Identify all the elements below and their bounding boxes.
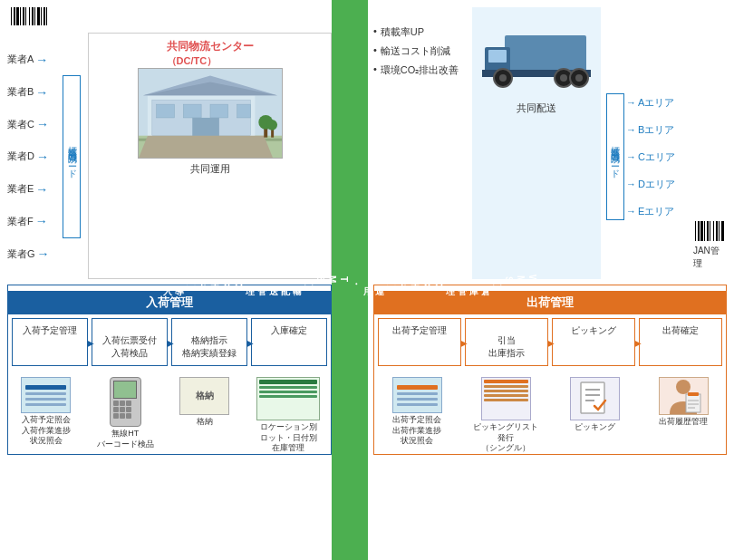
inbound-btn-0[interactable]: 入荷予定管理 (12, 318, 88, 366)
outbound-btn-0[interactable]: 出荷予定管理 (378, 318, 461, 366)
standard-code-label-left: 標準商品識別コード (63, 75, 81, 238)
warehouse-illustration (138, 68, 283, 159)
svg-rect-17 (505, 35, 586, 72)
bullet-1: • (373, 44, 377, 55)
outbound-icon-label-2: ピッキング (575, 422, 615, 433)
inbound-management: 入荷管理 入荷予定管理 入荷伝票受付 入荷検品 格納指示 格納実績登録 入庫確定 (7, 285, 332, 455)
picking-action-icon (570, 377, 620, 420)
vendors-column: 業者A → 業者B → 業者C → 業者D → 業者E → (7, 34, 57, 279)
svg-point-26 (575, 74, 583, 82)
areas-section: 標準商品識別コード → Aエリア → Bエリア → Cエリア (604, 34, 690, 279)
vendor-item-b: 業者B → (7, 79, 57, 106)
area-a: → Aエリア (626, 89, 690, 116)
outbound-icon-label-3: 出荷履歴管理 (659, 417, 708, 428)
vendor-label-e: 業者E (7, 182, 34, 196)
arrow-c: → (36, 117, 49, 131)
kyodo-label: 共同運用 (190, 162, 230, 176)
svg-point-16 (266, 120, 277, 130)
vendor-item-g: 業者G → (7, 240, 57, 267)
vendor-item-f: 業者F → (7, 208, 57, 235)
outbound-btn-3[interactable]: 出荷確定 (639, 318, 722, 366)
vendor-item-d: 業者D → (7, 143, 57, 170)
arrow-f: → (35, 214, 48, 228)
inbound-icon-label-3: ロケーション別 ロット・日付別 在庫管理 (260, 422, 317, 454)
inbound-icons-row: 入荷予定照会 入荷作業進捗 状況照会 (8, 377, 331, 454)
arrow-d: → (36, 150, 49, 164)
benefits-column: • 積載率UP • 輸送コスト削減 • 環境CO₂排出改善 (373, 7, 468, 279)
jan-label: JAN管理 (693, 245, 727, 270)
vendor-label-a: 業者A (7, 53, 34, 66)
area-arrow-b: → (626, 124, 636, 135)
outbound-icon-2: ピッキング (558, 377, 631, 454)
kyodo-delivery-label: 共同配送 (517, 101, 556, 115)
inbound-buttons-row: 入荷予定管理 入荷伝票受付 入荷検品 格納指示 格納実績登録 入庫確定 (8, 314, 331, 370)
outbound-btn-1[interactable]: 引当 出庫指示 (465, 318, 548, 366)
outbound-header: 出荷管理 (374, 291, 726, 314)
outbound-icon-3: 出荷履歴管理 (647, 377, 720, 454)
inbound-header: 入荷管理 (8, 291, 331, 314)
area-arrow-d: → (626, 179, 636, 189)
top-right: • 積載率UP • 輸送コスト削減 • 環境CO₂排出改善 (373, 7, 727, 279)
outbound-btn-2[interactable]: ピッキング (552, 318, 635, 366)
dc-tc-title: 共同物流センター （DC/TC） (167, 39, 254, 68)
svg-rect-9 (237, 104, 250, 118)
jan-section: JAN管理 (693, 205, 727, 279)
ht-device-icon (110, 377, 141, 427)
bullet-2: • (373, 63, 377, 74)
svg-rect-7 (183, 104, 201, 118)
area-arrow-e: → (626, 206, 636, 217)
inbound-btn-2[interactable]: 格納指示 格納実績登録 (171, 318, 247, 366)
areas-column: → Aエリア → Bエリア → Cエリア → Dエリア (626, 80, 690, 234)
bullet-0: • (373, 25, 377, 36)
inbound-icon-label-2: 格納 (197, 417, 213, 428)
area-e: → Eエリア (626, 198, 690, 225)
area-b: → Bエリア (626, 116, 690, 143)
vendor-label-b: 業者B (7, 85, 34, 99)
area-c: → Cエリア (626, 143, 690, 170)
vendor-item-a: 業者A → (7, 46, 57, 73)
arrow-a: → (35, 53, 48, 67)
inbound-btn-1[interactable]: 入荷伝票受付 入荷検品 (92, 318, 168, 366)
inbound-icon-label-1: 無線HT バーコード検品 (97, 429, 154, 449)
vendor-item-e: 業者E → (7, 176, 57, 203)
inbound-icon-3: ロケーション別 ロット・日付別 在庫管理 (247, 377, 329, 454)
outbound-icon-label-1: ピッキングリスト 発行 （シングル） (473, 422, 538, 454)
center-bar: WMS（倉庫管理システム）運用・TMS（輸配送管理システム）導入 (332, 0, 368, 560)
benefit-2: • 環境CO₂排出改善 (373, 63, 468, 77)
vendor-label-c: 業者C (7, 118, 34, 131)
picklist-icon (481, 377, 531, 420)
vendor-label-f: 業者F (7, 215, 34, 228)
inbound-btn-3[interactable]: 入庫確定 (251, 318, 327, 366)
benefit-0: • 積載率UP (373, 25, 468, 39)
jan-barcode (695, 221, 724, 241)
vendor-label-d: 業者D (7, 150, 34, 163)
screen-icon-out-0 (392, 377, 442, 413)
area-d: → Dエリア (626, 170, 690, 198)
outbound-icon-1: ピッキングリスト 発行 （シングル） (469, 377, 542, 454)
svg-rect-19 (488, 50, 507, 63)
inbound-icon-1: 無線HT バーコード検品 (89, 377, 161, 454)
svg-rect-15 (271, 130, 274, 138)
top-left: 業者A → 業者B → 業者C → 業者D → 業者E → (7, 7, 332, 279)
svg-rect-32 (686, 394, 700, 412)
center-bar-text: WMS（倉庫管理システム）運用・TMS（輸配送管理システム）導入 (161, 275, 538, 286)
arrow-g: → (37, 246, 50, 261)
svg-marker-12 (139, 136, 273, 159)
svg-rect-6 (156, 104, 174, 118)
standard-code-label-right: 標準商品識別コード (606, 93, 624, 220)
arrow-b: → (35, 85, 48, 100)
svg-point-22 (499, 74, 507, 82)
storage-icon: 格納 (179, 377, 229, 415)
screen-icon-0 (21, 377, 71, 413)
main-container: 業者A → 業者B → 業者C → 業者D → 業者E → (0, 0, 734, 560)
standard-code-left: 標準商品識別コード (59, 34, 84, 279)
vendor-label-g: 業者G (7, 247, 35, 261)
inbound-icon-0: 入荷予定照会 入荷作業進捗 状況照会 (10, 377, 82, 454)
benefit-1: • 輸送コスト削減 (373, 44, 468, 58)
vendor-item-c: 業者C → (7, 111, 57, 138)
inbound-icon-label-0: 入荷予定照会 入荷作業進捗 状況照会 (22, 415, 71, 447)
svg-rect-27 (581, 382, 604, 413)
area-arrow-a: → (626, 97, 636, 108)
svg-point-24 (560, 74, 567, 82)
dc-tc-section: 共同物流センター （DC/TC） (88, 33, 332, 279)
